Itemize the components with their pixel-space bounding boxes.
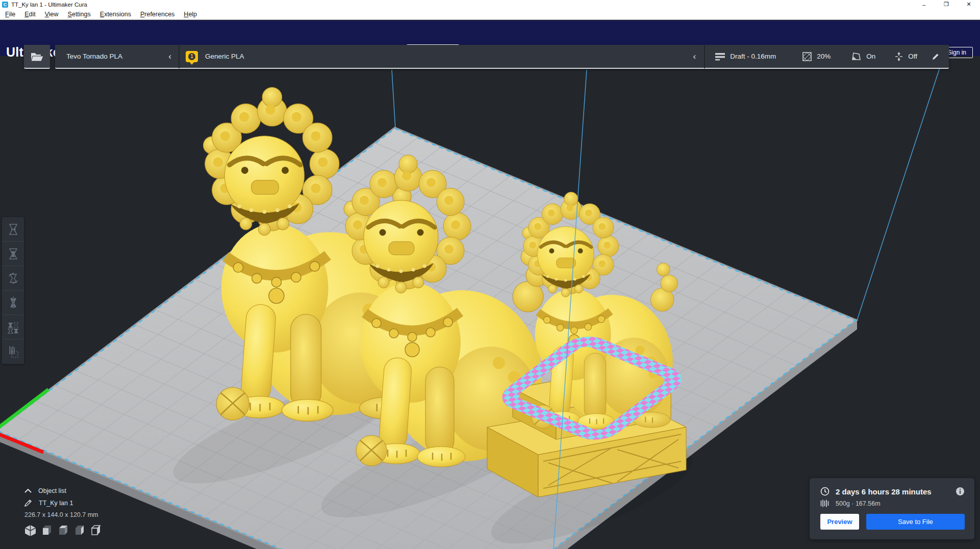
adhesion-icon [895,52,903,61]
profile-value: Draft - 0.16mm [730,53,776,60]
menu-file[interactable]: File [1,11,20,18]
object-list-panel: Object list TT_Ky lan 1 226.7 x 144.0 x … [24,487,102,537]
menu-edit[interactable]: Edit [20,11,40,18]
per-model-settings-button[interactable] [2,315,24,339]
rename-pencil-icon [24,499,32,507]
support-blocker-button[interactable] [2,339,24,364]
rotate-tool-icon [7,272,19,285]
close-button[interactable]: ✕ [958,0,980,9]
menu-help[interactable]: Help [179,11,202,18]
edit-settings-pencil-icon[interactable] [932,53,940,61]
view-left-icon[interactable] [73,525,85,537]
window-title: TT_Ky lan 1 - Ultimaker Cura [11,2,87,8]
print-time-estimate: 2 days 6 hours 28 minutes [836,487,956,496]
material-selector[interactable]: 1 Generic PLA [180,45,244,68]
tool-sidebar [2,217,24,364]
infill-icon [802,52,812,61]
extruder-badge-icon: 1 [186,51,198,62]
scale-tool-button[interactable] [2,242,24,266]
printer-name: Tevo Tornado PLA [66,53,168,60]
open-folder-icon [31,51,44,62]
chevron-left-icon[interactable]: ‹ [168,52,171,61]
per-model-settings-icon [7,321,19,334]
mirror-tool-button[interactable] [2,291,24,315]
save-to-file-button[interactable]: Save to File [866,514,965,530]
menu-extensions[interactable]: Extensions [95,11,136,18]
support-blocker-icon [7,345,19,358]
adhesion-value: Off [908,53,917,60]
chevron-up-icon [24,489,32,493]
printer-selector[interactable]: Tevo Tornado PLA ‹ [55,45,179,68]
object-list-label: Object list [38,487,66,494]
menu-bar: File Edit View Settings Extensions Prefe… [0,9,980,20]
minimize-button[interactable]: – [913,0,935,9]
support-value: On [866,53,875,60]
object-dimensions: 226.7 x 144.0 x 120.7 mm [24,511,102,518]
object-list-item[interactable]: TT_Ky lan 1 [24,499,102,507]
material-spool-icon [820,500,829,507]
menu-view[interactable]: View [40,11,63,18]
move-tool-button[interactable] [2,217,24,242]
material-usage-estimate: 500g · 167.56m [836,500,881,507]
print-settings-summary[interactable]: Draft - 0.16mm 20% On Off [705,45,949,68]
preview-button[interactable]: Preview [820,514,859,530]
chevron-left-icon[interactable]: ‹ [693,52,696,61]
cura-app-icon: C [2,2,8,8]
layer-height-icon [715,53,725,61]
mirror-tool-icon [7,296,19,309]
menu-preferences[interactable]: Preferences [136,11,179,18]
material-name: Generic PLA [205,53,244,60]
object-name: TT_Ky lan 1 [39,500,73,507]
menu-settings[interactable]: Settings [63,11,95,18]
view-3d-icon[interactable] [24,525,36,537]
view-top-icon[interactable] [57,525,69,537]
object-list-toggle[interactable]: Object list [24,487,102,494]
infill-value: 20% [817,53,831,60]
restore-button[interactable]: ❐ [935,0,958,9]
view-front-icon[interactable] [41,525,53,537]
title-bar: C TT_Ky lan 1 - Ultimaker Cura – ❐ ✕ [0,0,980,9]
open-file-button[interactable] [24,45,50,69]
output-panel: 2 days 6 hours 28 minutes 500g · 167.56m… [810,478,974,539]
view-orientation-buttons [24,525,102,537]
info-icon[interactable] [956,487,965,496]
move-tool-icon [7,223,19,236]
stage-menu-bar: Tevo Tornado PLA ‹ 1 Generic PLA ‹ Draft… [55,45,949,69]
rotate-tool-button[interactable] [2,266,24,291]
scale-tool-icon [7,247,19,260]
viewport-3d-scene[interactable]: .y1{fill:url(#gY);} .y2{fill:url(#gY2);}… [0,0,980,549]
support-icon [852,52,861,61]
view-right-icon[interactable] [90,525,102,537]
clock-icon [820,487,830,496]
